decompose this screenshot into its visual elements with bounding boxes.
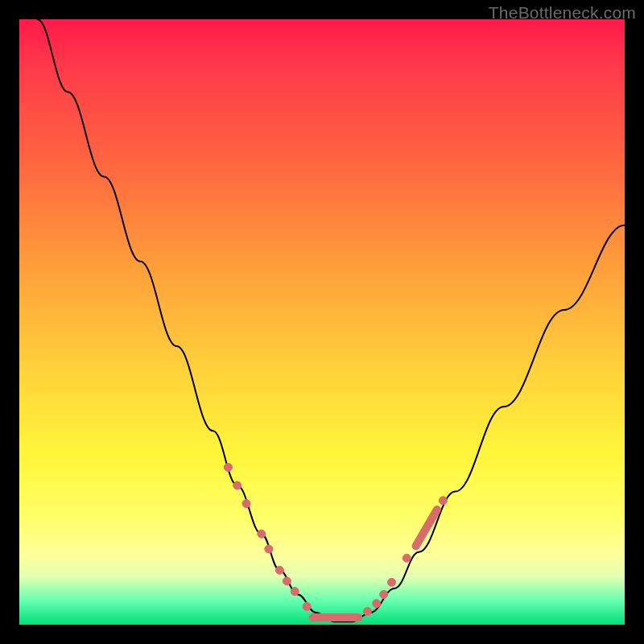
marker-dot xyxy=(291,588,299,596)
marker-dot xyxy=(224,463,232,471)
marker-segment xyxy=(416,510,437,546)
marker-group xyxy=(224,463,447,617)
marker-dot xyxy=(275,566,283,574)
marker-dot xyxy=(303,602,311,610)
chart-svg xyxy=(19,19,625,625)
marker-dot xyxy=(439,497,447,505)
plot-area xyxy=(19,19,625,625)
marker-dot xyxy=(380,590,388,598)
marker-dot xyxy=(363,607,371,615)
marker-dot xyxy=(233,481,242,489)
marker-dot xyxy=(402,554,411,562)
marker-dot xyxy=(373,600,381,608)
marker-dot xyxy=(387,578,395,586)
marker-dot xyxy=(242,500,250,508)
marker-dot xyxy=(258,530,266,538)
marker-dot xyxy=(265,545,273,553)
marker-dot xyxy=(283,577,291,585)
curve xyxy=(38,19,625,621)
